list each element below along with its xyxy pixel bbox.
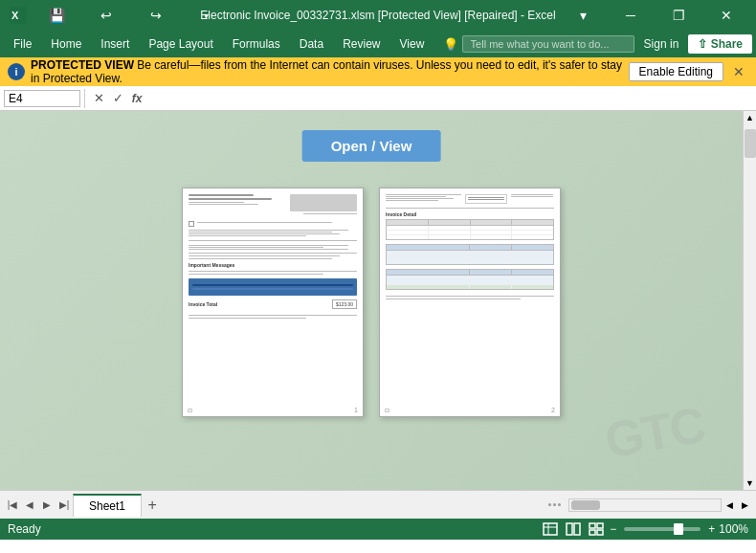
doc2-icon: ⊡ (385, 407, 389, 413)
lightbulb-icon: 💡 (443, 37, 458, 52)
enable-editing-button[interactable]: Enable Editing (629, 62, 723, 81)
svg-rect-8 (597, 523, 603, 528)
menu-formulas[interactable]: Formulas (223, 33, 290, 55)
menu-data[interactable]: Data (290, 33, 333, 55)
undo-button[interactable]: ↩ (84, 0, 128, 31)
fx-icon[interactable]: fx (127, 89, 146, 108)
document-preview-2: Invoice Detail (379, 188, 561, 417)
status-text: Ready (8, 522, 41, 536)
window-controls: ▾ ─ ❐ ✕ (561, 0, 748, 31)
scroll-dots (541, 503, 568, 506)
menu-insert[interactable]: Insert (91, 33, 139, 55)
svg-rect-6 (574, 523, 580, 535)
main-wrapper: GTC Open / View (0, 111, 756, 490)
menu-home[interactable]: Home (41, 33, 91, 55)
tell-me-container: 💡 (443, 35, 634, 53)
save-button[interactable]: 💾 (34, 0, 78, 31)
sheet-tabs-bar: |◀ ◀ ▶ ▶| Sheet1 + ◀ ▶ (0, 490, 756, 519)
h-scroll-track[interactable] (568, 498, 722, 512)
doc2-page-num: 2 (551, 407, 555, 413)
name-box[interactable] (4, 90, 80, 107)
title-bar: X 💾 ↩ ↪ ▾ Electronic Invoice_00332731.xl… (0, 0, 756, 31)
svg-rect-10 (597, 530, 603, 535)
tab-prev-button[interactable]: ◀ (21, 497, 38, 514)
tab-first-button[interactable]: |◀ (4, 497, 21, 514)
menu-file[interactable]: File (4, 33, 41, 55)
redo-button[interactable]: ↪ (134, 0, 178, 31)
protected-label-bold: PROTECTED VIEW (31, 58, 134, 72)
formula-divider (84, 89, 85, 108)
menu-bar: File Home Insert Page Layout Formulas Da… (0, 31, 756, 57)
doc1-icon: ⊡ (188, 407, 192, 413)
zoom-minus[interactable]: − (610, 522, 616, 536)
status-right: − + 100% (541, 520, 748, 538)
scroll-up-button[interactable]: ▲ (744, 111, 757, 124)
svg-rect-5 (567, 523, 572, 535)
zoom-plus[interactable]: + (708, 522, 715, 536)
excel-icon: X (8, 5, 29, 26)
scroll-down-button[interactable]: ▼ (744, 476, 757, 490)
svg-rect-7 (589, 523, 595, 528)
menu-view[interactable]: View (390, 33, 434, 55)
protected-view-bar: i PROTECTED VIEW Be careful—files from t… (0, 57, 756, 86)
close-button[interactable]: ✕ (704, 0, 748, 31)
protected-message: PROTECTED VIEW Be careful—files from the… (31, 58, 623, 85)
quick-access-dropdown[interactable]: ▾ (184, 0, 228, 31)
confirm-icon[interactable]: ✓ (108, 89, 127, 108)
sheet-content: GTC Open / View (0, 111, 743, 490)
doc1-page-num: 1 (354, 407, 358, 413)
ribbon-toggle[interactable]: ▾ (561, 0, 605, 31)
svg-text:X: X (11, 10, 19, 21)
normal-view-button[interactable] (541, 520, 560, 538)
vertical-scrollbar[interactable]: ▲ ▼ (743, 111, 756, 490)
minimize-button[interactable]: ─ (609, 0, 653, 31)
h-scroll-container: ◀ ▶ (541, 498, 752, 512)
page-break-view-button[interactable] (587, 520, 606, 538)
docs-container: Important Messages Invoice Total $123.00 (182, 188, 561, 417)
menu-review[interactable]: Review (333, 33, 389, 55)
protected-icon: i (8, 63, 25, 80)
svg-rect-9 (589, 530, 595, 535)
open-view-container: Open / View (302, 130, 441, 162)
h-scroll-right-button[interactable]: ▶ (737, 498, 752, 512)
open-view-button[interactable]: Open / View (302, 130, 441, 162)
tab-last-button[interactable]: ▶| (56, 497, 73, 514)
zoom-thumb[interactable] (674, 523, 683, 535)
share-button[interactable]: ⇧ Share (688, 34, 752, 54)
title-bar-left: X 💾 ↩ ↪ ▾ (8, 0, 228, 31)
restore-button[interactable]: ❐ (656, 0, 700, 31)
tell-me-input[interactable] (462, 35, 634, 53)
menu-page-layout[interactable]: Page Layout (139, 33, 222, 55)
zoom-percent: 100% (719, 522, 748, 536)
document-preview-1: Important Messages Invoice Total $123.00 (182, 188, 364, 417)
signin-button[interactable]: Sign in (634, 34, 689, 54)
add-sheet-button[interactable]: + (142, 495, 163, 516)
zoom-slider[interactable] (624, 527, 700, 531)
tab-next-button[interactable]: ▶ (38, 497, 56, 514)
page-layout-view-button[interactable] (564, 520, 583, 538)
cancel-icon[interactable]: ✕ (89, 89, 108, 108)
watermark: GTC (601, 395, 709, 469)
protected-close-button[interactable]: ✕ (729, 62, 748, 81)
h-scroll-left-button[interactable]: ◀ (722, 498, 737, 512)
svg-rect-2 (544, 523, 557, 535)
formula-bar: ✕ ✓ fx (0, 86, 756, 111)
status-bar: Ready − + 100% (0, 519, 756, 540)
sheet-tab-1[interactable]: Sheet1 (73, 494, 142, 517)
h-scroll-thumb[interactable] (571, 500, 600, 510)
formula-input[interactable] (146, 89, 752, 108)
